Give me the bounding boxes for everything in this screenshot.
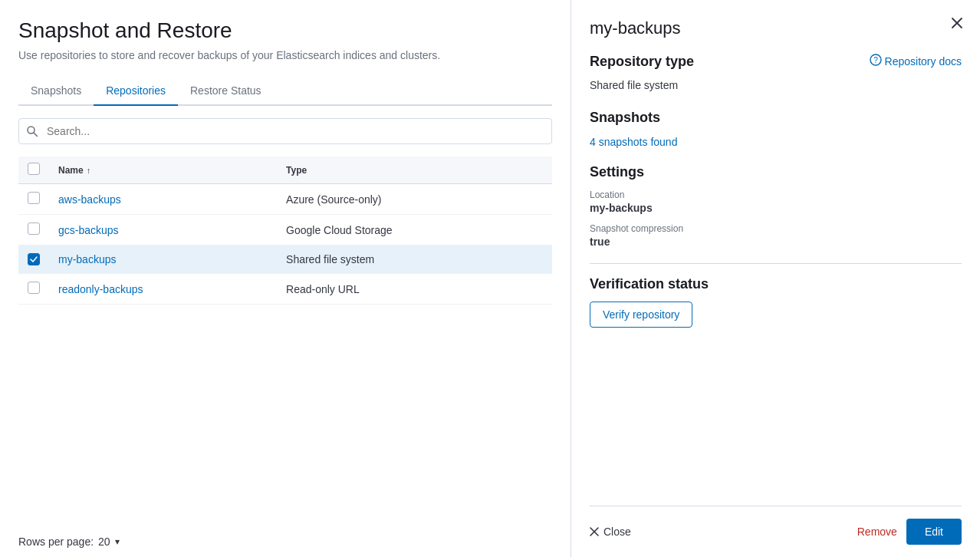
close-icon-button[interactable] bbox=[946, 12, 968, 34]
tab-repositories[interactable]: Repositories bbox=[94, 77, 178, 106]
tab-bar: Snapshots Repositories Restore Status bbox=[18, 77, 552, 106]
repo-name-link[interactable]: gcs-backups bbox=[58, 224, 119, 236]
repo-name-link[interactable]: my-backups bbox=[58, 253, 116, 265]
side-panel-content: Repository type Shared file system ? Rep… bbox=[590, 54, 962, 506]
compression-label: Snapshot compression bbox=[590, 223, 962, 234]
table-row: readonly-backups Read-only URL bbox=[18, 274, 552, 305]
chevron-down-icon[interactable]: ▾ bbox=[115, 536, 120, 547]
row-checkbox[interactable] bbox=[28, 192, 40, 204]
repo-name-cell: my-backups bbox=[49, 246, 277, 274]
side-panel-title: my-backups bbox=[590, 18, 962, 38]
settings-section: Settings Location my-backups Snapshot co… bbox=[590, 164, 962, 248]
sort-asc-icon: ↑ bbox=[87, 166, 91, 175]
select-all-header[interactable] bbox=[18, 157, 49, 184]
name-column-header[interactable]: Name ↑ bbox=[49, 157, 277, 184]
rows-per-page-value[interactable]: 20 bbox=[98, 536, 110, 548]
repository-docs-link[interactable]: ? Repository docs bbox=[870, 54, 962, 68]
row-checkbox[interactable] bbox=[28, 222, 40, 235]
repository-type-section: Repository type Shared file system ? Rep… bbox=[590, 54, 962, 94]
snapshots-heading: Snapshots bbox=[590, 110, 962, 126]
remove-button[interactable]: Remove bbox=[857, 526, 897, 538]
pagination-footer: Rows per page: 20 ▾ bbox=[18, 526, 552, 557]
row-checkbox-cell[interactable] bbox=[18, 274, 49, 305]
select-all-checkbox[interactable] bbox=[28, 163, 40, 175]
repo-type-cell: Google Cloud Storage bbox=[277, 215, 552, 246]
repo-type-cell: Azure (Source-only) bbox=[277, 184, 552, 215]
tab-snapshots[interactable]: Snapshots bbox=[18, 77, 94, 106]
page-title: Snapshot and Restore bbox=[18, 18, 552, 43]
repo-name-cell: readonly-backups bbox=[49, 274, 277, 305]
repo-type-cell: Read-only URL bbox=[277, 274, 552, 305]
svg-line-1 bbox=[34, 133, 38, 137]
table-row: gcs-backups Google Cloud Storage bbox=[18, 215, 552, 246]
page-subtitle: Use repositories to store and recover ba… bbox=[18, 49, 552, 61]
row-checkbox[interactable] bbox=[28, 282, 40, 294]
side-panel-footer: Close Remove Edit bbox=[590, 506, 962, 557]
main-panel: Snapshot and Restore Use repositories to… bbox=[0, 0, 571, 557]
repo-name-link[interactable]: aws-backups bbox=[58, 193, 121, 206]
location-field: Location my-backups bbox=[590, 190, 962, 214]
table-row: my-backups Shared file system bbox=[18, 246, 552, 274]
repo-name-cell: gcs-backups bbox=[49, 215, 277, 246]
verification-section: Verification status Verify repository bbox=[590, 276, 962, 328]
verify-repository-button[interactable]: Verify repository bbox=[590, 302, 692, 328]
repo-type-cell: Shared file system bbox=[277, 246, 552, 274]
repo-type-heading: Repository type bbox=[590, 54, 694, 70]
search-icon bbox=[26, 125, 38, 137]
book-icon: ? bbox=[870, 54, 882, 68]
compression-field: Snapshot compression true bbox=[590, 223, 962, 248]
type-column-header: Type bbox=[277, 157, 552, 184]
table-row: aws-backups Azure (Source-only) bbox=[18, 184, 552, 215]
close-footer-button[interactable]: Close bbox=[590, 526, 631, 538]
row-checkbox-cell[interactable] bbox=[18, 246, 49, 274]
repo-name-cell: aws-backups bbox=[49, 184, 277, 215]
verification-heading: Verification status bbox=[590, 276, 962, 292]
rows-per-page-label: Rows per page: bbox=[18, 536, 94, 548]
location-value: my-backups bbox=[590, 202, 962, 214]
divider bbox=[590, 263, 962, 264]
location-label: Location bbox=[590, 190, 962, 200]
repo-type-value: Shared file system bbox=[590, 79, 694, 91]
side-panel: my-backups Repository type Shared file s… bbox=[571, 0, 980, 557]
search-bar bbox=[18, 118, 552, 144]
snapshots-count-link[interactable]: 4 snapshots found bbox=[590, 136, 677, 148]
row-checkbox[interactable] bbox=[28, 253, 40, 265]
search-input[interactable] bbox=[18, 118, 552, 144]
close-footer-label: Close bbox=[603, 526, 631, 538]
settings-heading: Settings bbox=[590, 164, 962, 180]
edit-button[interactable]: Edit bbox=[906, 519, 962, 545]
snapshots-section: Snapshots 4 snapshots found bbox=[590, 110, 962, 149]
repo-name-link[interactable]: readonly-backups bbox=[58, 283, 143, 295]
row-checkbox-cell[interactable] bbox=[18, 184, 49, 215]
svg-text:?: ? bbox=[873, 56, 878, 64]
compression-value: true bbox=[590, 236, 962, 248]
repositories-table: Name ↑ Type aws-backups Azure (Source-on… bbox=[18, 157, 552, 526]
tab-restore-status[interactable]: Restore Status bbox=[178, 77, 274, 106]
row-checkbox-cell[interactable] bbox=[18, 215, 49, 246]
